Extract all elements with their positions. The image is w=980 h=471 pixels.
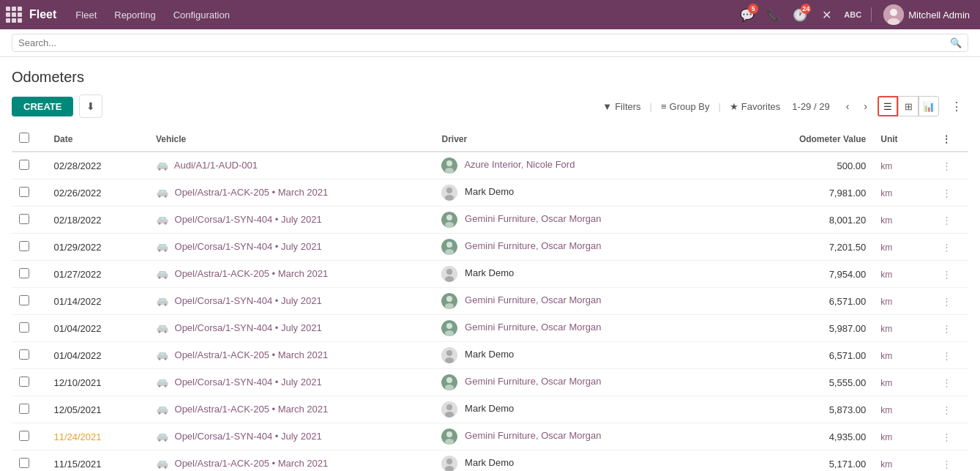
driver-cell[interactable]: Mark Demo [434, 450, 740, 472]
row-checkbox-cell[interactable] [12, 179, 46, 207]
prev-page-button[interactable]: ‹ [842, 99, 854, 114]
driver-cell[interactable]: Gemini Furniture, Oscar Morgan [434, 315, 740, 342]
date-link[interactable]: 11/15/2021 [53, 459, 101, 470]
date-cell[interactable]: 02/18/2022 [46, 207, 148, 234]
date-cell[interactable]: 01/29/2022 [46, 234, 148, 261]
vehicle-cell[interactable]: Opel/Astra/1-ACK-205 • March 2021 [149, 396, 435, 423]
vehicle-cell[interactable]: Opel/Corsa/1-SYN-404 • July 2021 [149, 315, 435, 342]
row-more-cell[interactable]: ⋮ [935, 152, 968, 179]
vehicle-link[interactable]: Opel/Corsa/1-SYN-404 • July 2021 [175, 322, 322, 333]
vehicle-cell[interactable]: Opel/Astra/1-ACK-205 • March 2021 [149, 261, 435, 288]
row-checkbox[interactable] [19, 268, 29, 278]
vehicle-link[interactable]: Opel/Astra/1-ACK-205 • March 2021 [175, 268, 329, 279]
vehicle-cell[interactable]: Opel/Corsa/1-SYN-404 • July 2021 [149, 207, 435, 234]
row-more-cell[interactable]: ⋮ [935, 342, 968, 369]
date-link[interactable]: 01/04/2022 [53, 323, 101, 334]
row-checkbox[interactable] [19, 187, 29, 197]
select-all-checkbox[interactable] [19, 133, 29, 143]
driver-link[interactable]: Gemini Furniture, Oscar Morgan [465, 322, 601, 333]
vehicle-cell[interactable]: Audi/A1/1-AUD-001 [149, 152, 435, 179]
more-header[interactable]: ⋮ [935, 127, 968, 152]
row-checkbox-cell[interactable] [12, 288, 46, 315]
nav-configuration[interactable]: Configuration [166, 7, 237, 23]
vehicle-header[interactable]: Vehicle [149, 127, 435, 152]
row-checkbox-cell[interactable] [12, 315, 46, 342]
vehicle-link[interactable]: Opel/Astra/1-ACK-205 • March 2021 [175, 458, 329, 469]
row-more-cell[interactable]: ⋮ [935, 369, 968, 396]
date-cell[interactable]: 12/10/2021 [46, 369, 148, 396]
chat-icon[interactable]: 💬 5 [736, 4, 758, 26]
next-page-button[interactable]: › [859, 99, 872, 114]
driver-cell[interactable]: Mark Demo [434, 179, 740, 207]
date-link[interactable]: 01/14/2022 [53, 296, 101, 307]
row-checkbox-cell[interactable] [12, 342, 46, 369]
date-cell[interactable]: 02/26/2022 [46, 179, 148, 207]
apps-icon[interactable] [6, 7, 22, 23]
date-cell[interactable]: 11/15/2021 [46, 450, 148, 472]
date-cell[interactable]: 01/14/2022 [46, 288, 148, 315]
phone-icon[interactable]: 📞 [763, 4, 785, 26]
chart-view-button[interactable]: 📊 [919, 96, 939, 116]
driver-link[interactable]: Mark Demo [465, 457, 514, 468]
driver-cell[interactable]: Azure Interior, Nicole Ford [434, 152, 740, 179]
favorites-button[interactable]: ★ Favorites [730, 101, 780, 112]
vehicle-cell[interactable]: Opel/Astra/1-ACK-205 • March 2021 [149, 179, 435, 207]
row-checkbox-cell[interactable] [12, 207, 46, 234]
row-checkbox-cell[interactable] [12, 369, 46, 396]
date-link[interactable]: 02/26/2022 [53, 188, 101, 199]
row-more-cell[interactable]: ⋮ [935, 234, 968, 261]
driver-link[interactable]: Gemini Furniture, Oscar Morgan [465, 294, 601, 305]
vehicle-link[interactable]: Opel/Corsa/1-SYN-404 • July 2021 [175, 241, 322, 252]
date-cell[interactable]: 02/28/2022 [46, 152, 148, 179]
groupby-button[interactable]: ≡ Group By [661, 101, 710, 112]
driver-link[interactable]: Mark Demo [465, 267, 514, 278]
row-checkbox-cell[interactable] [12, 423, 46, 450]
row-checkbox[interactable] [19, 458, 29, 468]
user-menu[interactable]: Mitchell Admin [879, 1, 974, 28]
date-link[interactable]: 01/29/2022 [53, 242, 101, 253]
date-link[interactable]: 02/18/2022 [53, 215, 101, 226]
clock-icon[interactable]: 🕐 24 [789, 4, 811, 26]
row-checkbox[interactable] [19, 160, 29, 170]
row-checkbox[interactable] [19, 377, 29, 387]
date-link[interactable]: 01/04/2022 [53, 350, 101, 361]
unit-header[interactable]: Unit [873, 127, 935, 152]
vehicle-link[interactable]: Opel/Corsa/1-SYN-404 • July 2021 [175, 214, 322, 225]
driver-cell[interactable]: Gemini Furniture, Oscar Morgan [434, 288, 740, 315]
vehicle-link[interactable]: Opel/Corsa/1-SYN-404 • July 2021 [175, 431, 322, 442]
search-input-wrap[interactable]: 🔍 [12, 34, 968, 52]
row-more-cell[interactable]: ⋮ [935, 288, 968, 315]
driver-link[interactable]: Gemini Furniture, Oscar Morgan [465, 430, 601, 441]
download-button[interactable]: ⬇ [79, 94, 102, 118]
date-cell[interactable]: 11/24/2021 [46, 423, 148, 450]
driver-link[interactable]: Azure Interior, Nicole Ford [464, 159, 575, 170]
driver-header[interactable]: Driver [434, 127, 740, 152]
close-icon[interactable]: ✕ [815, 4, 837, 26]
kanban-view-button[interactable]: ⊞ [898, 96, 919, 116]
row-checkbox-cell[interactable] [12, 261, 46, 288]
driver-cell[interactable]: Gemini Furniture, Oscar Morgan [434, 423, 740, 450]
date-link[interactable]: 12/10/2021 [53, 377, 101, 388]
date-link[interactable]: 01/27/2022 [53, 269, 101, 280]
vehicle-cell[interactable]: Opel/Corsa/1-SYN-404 • July 2021 [149, 288, 435, 315]
row-checkbox-cell[interactable] [12, 234, 46, 261]
create-button[interactable]: CREATE [12, 97, 73, 116]
date-cell[interactable]: 01/04/2022 [46, 315, 148, 342]
row-more-cell[interactable]: ⋮ [935, 315, 968, 342]
vehicle-cell[interactable]: Opel/Corsa/1-SYN-404 • July 2021 [149, 369, 435, 396]
abc-label[interactable]: ABC [842, 4, 864, 26]
date-link[interactable]: 11/24/2021 [53, 431, 101, 442]
driver-cell[interactable]: Gemini Furniture, Oscar Morgan [434, 369, 740, 396]
row-checkbox[interactable] [19, 241, 29, 251]
vehicle-cell[interactable]: Opel/Astra/1-ACK-205 • March 2021 [149, 450, 435, 472]
vehicle-cell[interactable]: Opel/Astra/1-ACK-205 • March 2021 [149, 342, 435, 369]
row-checkbox[interactable] [19, 214, 29, 224]
vehicle-link[interactable]: Opel/Corsa/1-SYN-404 • July 2021 [175, 377, 322, 387]
row-checkbox[interactable] [19, 431, 29, 441]
odometer-value-header[interactable]: Odometer Value [741, 127, 873, 152]
select-all-header[interactable] [12, 127, 46, 152]
driver-link[interactable]: Mark Demo [465, 403, 514, 414]
list-view-button[interactable]: ☰ [878, 96, 898, 116]
date-cell[interactable]: 01/27/2022 [46, 261, 148, 288]
row-checkbox[interactable] [19, 349, 29, 360]
